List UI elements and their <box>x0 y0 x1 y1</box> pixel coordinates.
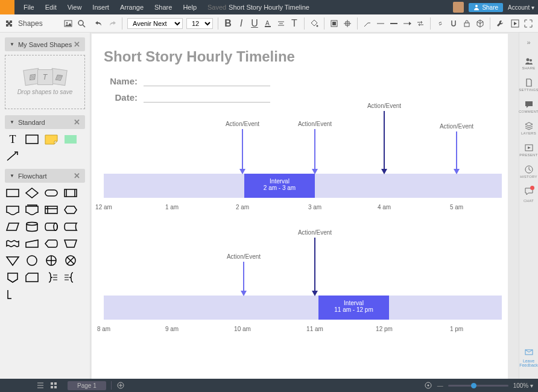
menu-edit[interactable]: Edit <box>40 4 62 11</box>
standard-shapes-header[interactable]: Standard ✕ <box>5 115 85 129</box>
shape-database[interactable] <box>24 220 40 233</box>
image-icon[interactable] <box>64 19 72 28</box>
shape-stored-data[interactable] <box>63 220 78 233</box>
interval-block[interactable]: Interval11 am - 12 pm <box>318 296 389 320</box>
text-size-button[interactable]: T <box>290 19 299 28</box>
play-button[interactable] <box>510 19 520 28</box>
shape-text[interactable]: T <box>5 133 21 146</box>
event-label[interactable]: Action/Event <box>367 103 401 109</box>
event-label[interactable]: Action/Event <box>298 121 332 127</box>
page-title[interactable]: Short Story Hourly Timeline <box>104 48 496 65</box>
shape-merge[interactable] <box>5 254 21 267</box>
line-style-1[interactable] <box>376 19 385 28</box>
event-arrow[interactable] <box>314 238 315 292</box>
user-avatar[interactable] <box>453 2 464 13</box>
list-view-icon[interactable] <box>36 381 45 390</box>
rail-chat[interactable]: CHAT <box>519 182 539 206</box>
page-tab[interactable]: Page 1 <box>68 381 106 390</box>
close-icon[interactable]: ✕ <box>74 118 80 127</box>
underline-button[interactable]: U <box>250 19 259 28</box>
rail-present[interactable]: PRESENT <box>519 139 539 160</box>
shape-internal-storage[interactable] <box>43 203 59 217</box>
account-menu[interactable]: Account ▾ <box>508 4 534 11</box>
fullscreen-button[interactable] <box>524 19 533 28</box>
zoom-slider[interactable] <box>448 385 508 387</box>
shape-tape[interactable] <box>5 237 21 250</box>
menu-help[interactable]: Help <box>177 4 202 11</box>
line-style-2[interactable] <box>389 19 399 28</box>
timeline-1[interactable]: Interval2 am - 3 amAction/EventAction/Ev… <box>104 103 496 229</box>
align-button[interactable] <box>276 19 286 28</box>
italic-button[interactable]: I <box>236 19 246 28</box>
shape-direct-data[interactable] <box>43 220 59 233</box>
flowchart-shapes-header[interactable]: Flowchart ✕ <box>5 169 85 183</box>
event-label[interactable]: Action/Event <box>226 121 259 127</box>
shape-manual-op[interactable] <box>63 237 78 250</box>
menu-file[interactable]: File <box>18 4 40 11</box>
menu-view[interactable]: View <box>62 4 87 11</box>
timeline-bar[interactable] <box>104 296 502 320</box>
document-title-bar[interactable]: Short Story Hourly Timeline <box>229 4 309 11</box>
wrench-button[interactable] <box>495 19 505 28</box>
shape-fill[interactable] <box>63 133 78 146</box>
shape-multidoc[interactable] <box>24 203 40 217</box>
name-field-line[interactable] <box>144 77 270 86</box>
target-icon[interactable] <box>424 381 432 390</box>
shape-data[interactable] <box>5 220 21 233</box>
close-icon[interactable]: ✕ <box>74 171 80 180</box>
shape-connector[interactable] <box>24 254 40 267</box>
date-field-line[interactable] <box>144 93 270 103</box>
rail-comment[interactable]: COMMENT <box>519 95 539 117</box>
swap-button[interactable] <box>416 19 425 28</box>
line-style-3[interactable] <box>402 19 412 28</box>
event-arrow[interactable] <box>242 129 243 170</box>
shape-arrow[interactable] <box>5 150 21 163</box>
menu-insert[interactable]: Insert <box>87 4 115 11</box>
right-rail-toggle[interactable]: » <box>527 36 530 52</box>
zoom-slider-thumb[interactable] <box>471 383 476 388</box>
rail-settings[interactable]: SETTINGS <box>519 74 539 95</box>
add-page-button[interactable] <box>116 381 125 390</box>
rail-layers[interactable]: LAYERS <box>519 117 539 139</box>
shape-brace-open[interactable] <box>63 271 78 284</box>
shape-rect[interactable] <box>24 133 40 146</box>
lock-button[interactable] <box>462 19 472 28</box>
search-icon[interactable] <box>77 19 86 28</box>
share-button[interactable]: Share <box>469 3 503 12</box>
shape-manual-input[interactable] <box>24 237 40 250</box>
redo-button[interactable] <box>107 19 117 28</box>
line-tool[interactable] <box>362 19 372 28</box>
link-button[interactable] <box>435 19 445 28</box>
timeline-2[interactable]: Interval11 am - 12 pmAction/EventAction/… <box>104 229 496 350</box>
rail-history[interactable]: HISTORY <box>519 160 539 182</box>
font-size-select[interactable]: 12 pt <box>186 18 213 29</box>
menu-arrange[interactable]: Arrange <box>115 4 149 11</box>
event-label[interactable]: Action/Event <box>440 123 473 130</box>
magnet-button[interactable] <box>449 19 458 28</box>
grid-view-icon[interactable] <box>49 381 58 390</box>
shape-brace-close[interactable] <box>43 271 59 284</box>
shape-card[interactable] <box>24 271 40 284</box>
fill-button[interactable] <box>309 19 319 28</box>
container-button[interactable] <box>329 19 339 28</box>
cube-button[interactable] <box>475 19 485 28</box>
dropzone[interactable]: ▧ T ▨ Drop shapes to save <box>5 55 85 109</box>
event-label[interactable]: Action/Event <box>227 253 261 260</box>
shape-terminator[interactable] <box>43 186 59 200</box>
shape-decision[interactable] <box>24 186 40 200</box>
event-arrow[interactable] <box>243 262 244 292</box>
event-arrow[interactable] <box>314 129 315 170</box>
canvas-page[interactable]: Short Story Hourly Timeline Name: Date: … <box>92 34 508 385</box>
shape-sum[interactable] <box>43 254 59 267</box>
shape-document[interactable] <box>5 203 21 217</box>
zoom-level[interactable]: 100% ▾ <box>513 382 533 389</box>
position-button[interactable] <box>343 19 352 28</box>
shape-process[interactable] <box>5 186 21 200</box>
shape-or[interactable] <box>63 254 78 267</box>
shape-note[interactable] <box>43 133 59 146</box>
shape-note-small[interactable] <box>5 288 21 301</box>
undo-button[interactable] <box>94 19 104 28</box>
shape-display[interactable] <box>43 237 59 250</box>
text-color-button[interactable]: A <box>263 19 273 28</box>
saved-shapes-header[interactable]: My Saved Shapes ✕ <box>5 37 85 51</box>
